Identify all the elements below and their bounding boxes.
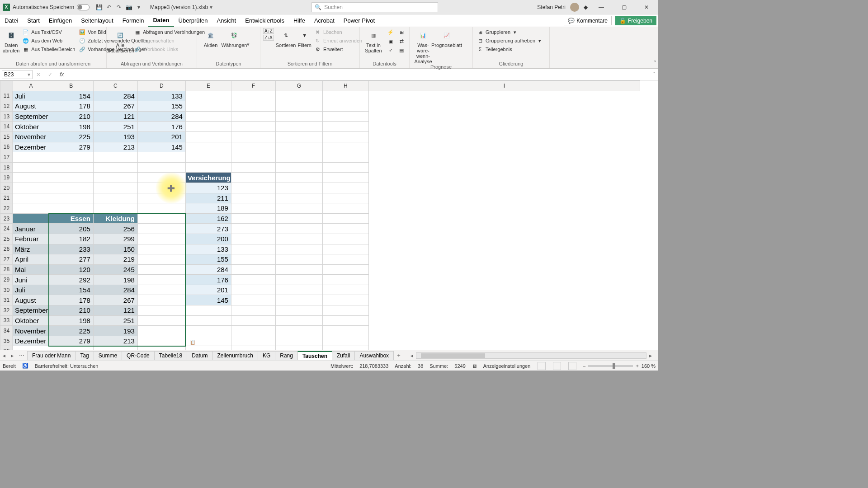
cell-A18[interactable]: [13, 162, 49, 173]
row-header-26[interactable]: 26: [0, 244, 13, 254]
cell-E21[interactable]: 211: [185, 193, 231, 203]
wahrungen-button[interactable]: 💱Währungen: [223, 28, 245, 48]
cell-G25[interactable]: [275, 234, 322, 244]
cell-E16[interactable]: [185, 142, 231, 152]
row-header-21[interactable]: 21: [0, 193, 13, 203]
cell-E27[interactable]: 155: [185, 254, 231, 265]
paste-options-icon[interactable]: 📋: [190, 340, 194, 344]
cell-E29[interactable]: 176: [185, 275, 231, 285]
cell-G27[interactable]: [275, 254, 322, 265]
row-header-24[interactable]: 24: [0, 224, 13, 234]
display-settings-icon[interactable]: 🖥: [472, 363, 477, 369]
cell-E20[interactable]: 123: [185, 183, 231, 193]
col-header-D[interactable]: D: [137, 81, 185, 91]
row-header-32[interactable]: 32: [0, 305, 13, 316]
tab-hilfe[interactable]: Hilfe: [289, 14, 310, 27]
cell-B23[interactable]: Essen: [49, 213, 93, 224]
cell-A12[interactable]: August: [13, 101, 49, 112]
cell-D23[interactable]: [137, 213, 185, 224]
cell-A36[interactable]: [13, 346, 49, 350]
cell-E22[interactable]: 189: [185, 203, 231, 214]
zoom-slider[interactable]: [588, 365, 633, 367]
cell-C31[interactable]: 267: [93, 295, 137, 305]
cell-G15[interactable]: [275, 131, 322, 142]
cell-D26[interactable]: [137, 244, 185, 254]
tab-acrobat[interactable]: Acrobat: [310, 14, 339, 27]
sheet-tab-auswahlbox[interactable]: Auswahlbox: [354, 351, 394, 360]
row-header-36[interactable]: 36: [0, 346, 13, 350]
cell-H11[interactable]: [322, 91, 368, 101]
cell-B28[interactable]: 120: [49, 264, 93, 275]
cell-H17[interactable]: [322, 152, 368, 163]
cell-G19[interactable]: [275, 173, 322, 183]
cell-B15[interactable]: 225: [49, 131, 93, 142]
row-header-34[interactable]: 34: [0, 326, 13, 336]
cell-D25[interactable]: [137, 234, 185, 244]
cell-A25[interactable]: Februar: [13, 234, 49, 244]
row-header-17[interactable]: 17: [0, 152, 13, 163]
tab-einfugen[interactable]: Einfügen: [44, 14, 76, 27]
cell-C12[interactable]: 267: [93, 101, 137, 112]
cell-E13[interactable]: [185, 111, 231, 122]
cell-H35[interactable]: [322, 336, 368, 346]
cell-B14[interactable]: 198: [49, 122, 93, 132]
cell-B22[interactable]: [49, 203, 93, 214]
cell-H15[interactable]: [322, 131, 368, 142]
cell-G24[interactable]: [275, 224, 322, 234]
cell-E11[interactable]: [185, 91, 231, 101]
filtern-button[interactable]: ▼Filtern: [297, 28, 311, 48]
cell-H22[interactable]: [322, 203, 368, 214]
avatar[interactable]: [570, 3, 579, 12]
cell-G21[interactable]: [275, 193, 322, 203]
cell-B35[interactable]: 279: [49, 336, 93, 346]
aus-text-csv-button[interactable]: 📄Aus Text/CSV: [21, 28, 76, 36]
tab-daten[interactable]: Daten: [148, 14, 174, 27]
cell-H16[interactable]: [322, 142, 368, 152]
cell-F24[interactable]: [231, 224, 275, 234]
cell-C24[interactable]: 256: [93, 224, 137, 234]
cell-C29[interactable]: 198: [93, 275, 137, 285]
datentools-3[interactable]: ✓: [386, 46, 395, 54]
cell-E23[interactable]: 162: [185, 213, 231, 224]
cell-C18[interactable]: [93, 162, 137, 173]
view-pagelayout-icon[interactable]: [553, 362, 561, 370]
cell-A24[interactable]: Januar: [13, 224, 49, 234]
cell-C15[interactable]: 193: [93, 131, 137, 142]
tab-powerpivot[interactable]: Power Pivot: [339, 14, 379, 27]
new-sheet-icon[interactable]: ＋: [393, 352, 404, 359]
cell-B11[interactable]: 154: [49, 91, 93, 101]
cell-F21[interactable]: [231, 193, 275, 203]
cell-A29[interactable]: Juni: [13, 275, 49, 285]
tab-uberprufen[interactable]: Überprüfen: [174, 14, 212, 27]
cell-H32[interactable]: [322, 305, 368, 316]
cell-H18[interactable]: [322, 162, 368, 173]
cell-E18[interactable]: [185, 162, 231, 173]
row-header-31[interactable]: 31: [0, 295, 13, 305]
cell-E34[interactable]: [185, 326, 231, 336]
cell-H13[interactable]: [322, 111, 368, 122]
horizontal-scrollbar[interactable]: [416, 352, 646, 359]
cell-E24[interactable]: 273: [185, 224, 231, 234]
cell-H24[interactable]: [322, 224, 368, 234]
cell-A35[interactable]: Dezember: [13, 336, 49, 346]
search-box[interactable]: 🔍 Suchen: [311, 2, 438, 12]
cell-A11[interactable]: Juli: [13, 91, 49, 101]
cell-C34[interactable]: 193: [93, 326, 137, 336]
sheet-tab-rang[interactable]: Rang: [275, 351, 298, 360]
sheet-tab-tauschen[interactable]: Tauschen: [297, 351, 332, 360]
col-header-F[interactable]: F: [231, 81, 275, 91]
sheet-tab-tabelle18[interactable]: Tabelle18: [154, 351, 187, 360]
cell-H25[interactable]: [322, 234, 368, 244]
fx-icon[interactable]: fx: [56, 71, 67, 78]
cell-D30[interactable]: [137, 285, 185, 295]
redo-icon[interactable]: ↷: [115, 3, 123, 11]
cell-D33[interactable]: [137, 315, 185, 326]
cell-B24[interactable]: 205: [49, 224, 93, 234]
cell-C26[interactable]: 150: [93, 244, 137, 254]
kommentare-button[interactable]: 💬Kommentare: [564, 16, 612, 25]
row-header-28[interactable]: 28: [0, 264, 13, 275]
zoom-value[interactable]: 160 %: [642, 363, 656, 369]
cell-B18[interactable]: [49, 162, 93, 173]
view-pagebreak-icon[interactable]: [568, 362, 576, 370]
cell-G12[interactable]: [275, 101, 322, 112]
